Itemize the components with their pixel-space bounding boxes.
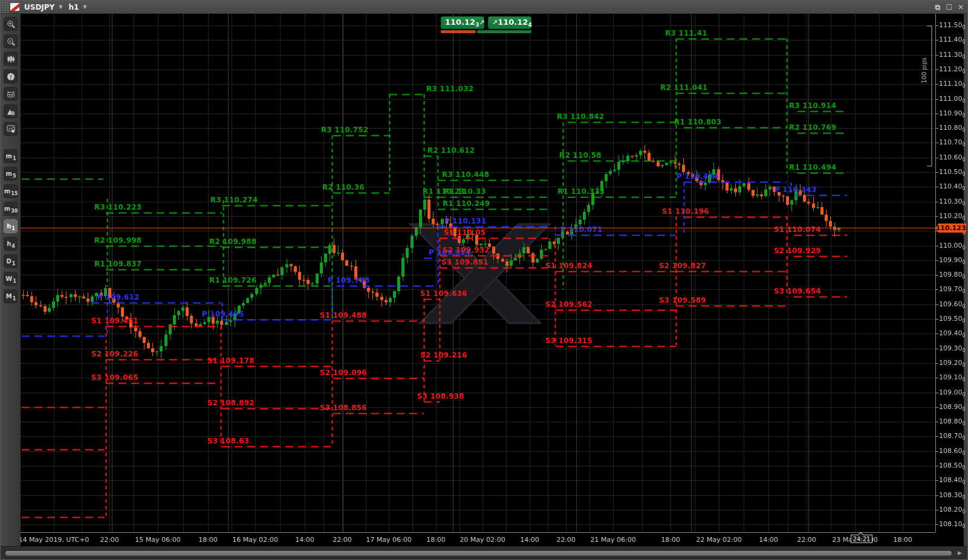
window-controls: ⧉ ☐ ✕	[935, 4, 968, 11]
chart-area[interactable]	[1, 14, 968, 560]
timeframe-button-h1[interactable]: h1	[4, 219, 18, 233]
timeframe-button-m15[interactable]: m15	[4, 184, 18, 198]
chart-settings-icon	[7, 125, 15, 133]
symbol-flag-icon	[10, 3, 19, 11]
h-scrollbar-thumb[interactable]	[5, 551, 952, 556]
zoom-out-icon	[7, 37, 15, 46]
price-tick: 111.100	[939, 80, 966, 89]
price-tick: 109.300	[939, 344, 966, 353]
indicators-icon: f	[7, 72, 15, 81]
price-tick: 108.600	[939, 447, 966, 456]
titlebar: USDJPY ▼ h1 ▼ ⧉ ☐ ✕	[1, 1, 968, 14]
current-price-tag: 110.123	[935, 224, 966, 233]
drawing-tools-button[interactable]	[4, 105, 18, 118]
price-tick: 110.000	[939, 242, 966, 251]
price-tick: 109.200	[939, 359, 966, 368]
price-tick: 111.300	[939, 51, 966, 60]
timeframe-button-M1[interactable]: M1	[4, 289, 18, 303]
timeframe-button-W1[interactable]: W1	[4, 272, 18, 286]
arrow-up-right-icon: ↗	[479, 19, 484, 27]
timeframe-button-h4[interactable]: h4	[4, 237, 18, 251]
price-tick: 109.400	[939, 329, 966, 338]
bid-price: 110.123	[445, 18, 479, 28]
price-tick: 111.500	[939, 21, 966, 30]
price-tick: 109.900	[939, 256, 966, 265]
close-icon[interactable]: ✕	[958, 4, 964, 11]
price-tick: 109.700	[939, 285, 966, 294]
drawing-tools-icon	[7, 108, 15, 115]
price-tick: 111.200	[939, 65, 966, 74]
price-tick: 110.700	[939, 138, 966, 147]
chevron-down-icon: ▼	[83, 4, 86, 10]
price-tick: 108.900	[939, 403, 966, 412]
buy-depth-bar	[477, 30, 531, 33]
buy-button[interactable]: ↗ 110.124	[488, 16, 531, 29]
price-tick: 108.400	[939, 476, 966, 485]
price-tick: 111.400	[939, 36, 966, 45]
trading-chart-window: USDJPY ▼ h1 ▼ ⧉ ☐ ✕ R3 110.223R2 109.998…	[0, 0, 968, 560]
chart-settings-button[interactable]	[4, 122, 18, 136]
chart-type-icon	[7, 55, 15, 63]
timeframe-button-m30[interactable]: m30	[4, 202, 18, 216]
popout-icon[interactable]: ⧉	[935, 4, 941, 11]
zoom-out-button[interactable]	[4, 34, 18, 48]
maximize-icon[interactable]: ☐	[946, 4, 952, 11]
price-axis[interactable]: 111.500111.400111.300111.200111.100111.0…	[935, 14, 964, 532]
cbots-button[interactable]	[4, 87, 18, 101]
price-tick: 110.200	[939, 212, 966, 221]
time-tick: 18:00	[860, 536, 945, 544]
arrow-up-right-icon: ↗	[492, 19, 498, 27]
chevron-down-icon: ▼	[59, 4, 62, 10]
time-axis[interactable]: 14 May 2019, UTC+022:0015 May 06:0018:00…	[1, 532, 935, 546]
price-tick: 110.300	[939, 198, 966, 207]
cbots-icon	[7, 91, 15, 98]
current-price-line	[21, 228, 935, 228]
price-tick: 108.800	[939, 417, 966, 426]
price-tick: 108.100	[939, 520, 966, 529]
indicators-button[interactable]: f	[4, 69, 18, 83]
price-tick: 109.600	[939, 300, 966, 309]
sell-depth-bar	[441, 30, 476, 33]
price-tick: 110.400	[939, 182, 966, 191]
price-tick: 109.500	[939, 315, 966, 324]
price-tick: 108.700	[939, 432, 966, 441]
scroll-right-icon[interactable]: ▶	[958, 550, 962, 556]
price-plot-canvas	[1, 14, 968, 560]
sell-button[interactable]: 110.123 ↗	[441, 16, 484, 29]
left-toolbar: fm1m5m15m30h1h4D1W1M1	[1, 14, 21, 546]
price-tick: 108.200	[939, 506, 966, 515]
price-tick: 108.300	[939, 491, 966, 500]
price-tick: 109.800	[939, 271, 966, 280]
price-tick: 108.500	[939, 462, 966, 471]
price-tick: 111.000	[939, 95, 966, 104]
timeframe-button-D1[interactable]: D1	[4, 254, 18, 268]
zoom-in-button[interactable]	[4, 17, 18, 31]
price-tick: 109.100	[939, 373, 966, 382]
price-tick: 109.000	[939, 388, 966, 397]
drag-handle[interactable]	[1, 1, 8, 14]
symbol-select[interactable]: USDJPY ▼	[23, 1, 67, 14]
price-tick: 110.800	[939, 124, 966, 133]
price-tick: 110.900	[939, 109, 966, 118]
chart-type-button[interactable]	[4, 52, 18, 66]
timeframe-label: h1	[68, 3, 79, 11]
timeframe-select[interactable]: h1 ▼	[67, 1, 91, 14]
price-tick: 110.500	[939, 168, 966, 177]
symbol-label: USDJPY	[24, 3, 54, 11]
timeframe-button-m1[interactable]: m1	[4, 149, 18, 163]
price-tick: 110.600	[939, 153, 966, 163]
zoom-in-icon	[7, 20, 15, 28]
ask-price: 110.124	[498, 18, 531, 28]
h-scrollbar: ▶	[1, 546, 968, 560]
timeframe-button-m5[interactable]: m5	[4, 167, 18, 181]
